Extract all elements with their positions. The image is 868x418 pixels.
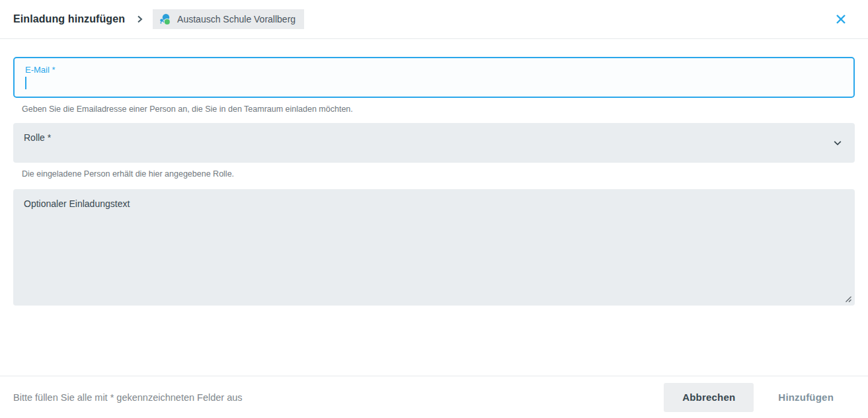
close-button[interactable] <box>831 9 851 29</box>
chevron-down-icon <box>832 138 843 148</box>
role-select[interactable]: Rolle * <box>13 123 855 163</box>
teamroom-chip-label: Austausch Schule Vorallberg <box>177 14 296 24</box>
invitation-text-textarea[interactable] <box>13 189 855 306</box>
teamroom-chip[interactable]: Austausch Schule Vorallberg <box>153 9 304 29</box>
email-helper-text: Geben Sie die Emailadresse einer Person … <box>22 104 855 114</box>
email-field-label: E-Mail * <box>25 65 843 75</box>
invitation-text-wrap <box>13 189 855 306</box>
dialog-footer: Bitte füllen Sie alle mit * gekennzeichn… <box>0 376 868 418</box>
chevron-right-icon <box>133 13 146 26</box>
email-field[interactable]: E-Mail * <box>13 57 855 98</box>
required-fields-note: Bitte füllen Sie alle mit * gekennzeichn… <box>13 392 243 403</box>
cancel-button[interactable]: Abbrechen <box>664 383 754 412</box>
close-icon <box>834 12 848 26</box>
teamroom-icon <box>159 13 171 26</box>
resize-handle-icon[interactable] <box>844 295 852 303</box>
dialog-body: E-Mail * Geben Sie die Emailadresse eine… <box>0 57 868 306</box>
add-invitation-dialog: Einladung hinzufügen Austausch Schule Vo… <box>0 0 868 306</box>
add-button[interactable]: Hinzufügen <box>768 383 844 412</box>
dialog-header: Einladung hinzufügen Austausch Schule Vo… <box>0 0 868 39</box>
role-helper-text: Die eingeladene Person erhält die hier a… <box>22 169 855 179</box>
text-caret <box>25 77 26 89</box>
email-input[interactable] <box>25 75 843 90</box>
role-select-label: Rolle * <box>24 132 844 143</box>
page-title: Einladung hinzufügen <box>13 13 125 25</box>
